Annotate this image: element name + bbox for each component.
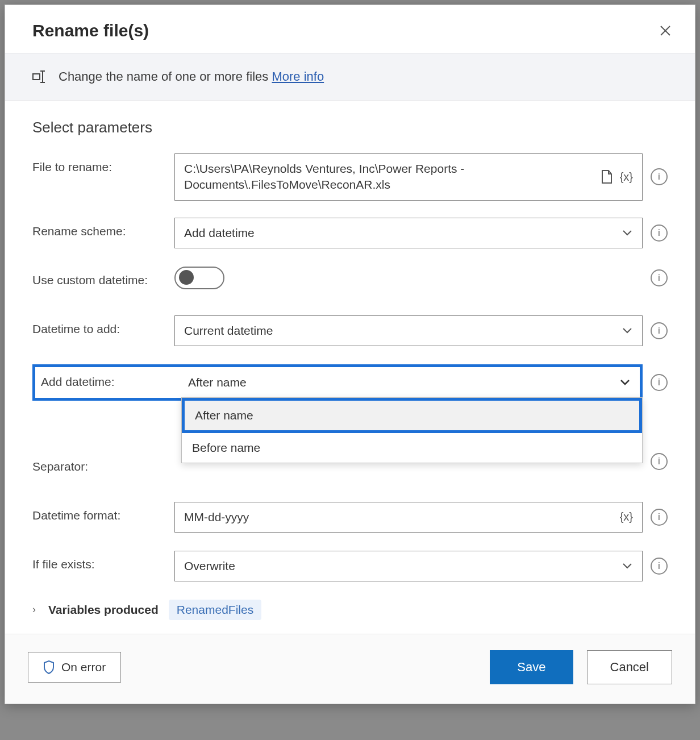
row-datetime-format: Datetime format: MM-dd-yyyy {x} i [32,502,668,534]
chevron-down-icon [622,325,633,336]
caret-right-icon[interactable]: › [32,604,36,616]
cancel-button[interactable]: Cancel [587,650,672,684]
row-rename-scheme: Rename scheme: Add datetime i [32,218,668,250]
info-add-datetime[interactable]: i [651,374,668,391]
parameters-title: Select parameters [32,119,668,136]
label-use-custom-datetime: Use custom datetime: [32,267,174,287]
parameters-section: Select parameters File to rename: C:\Use… [5,101,695,634]
row-add-datetime: Add datetime: After name i After name Be… [32,364,668,401]
label-datetime-format: Datetime format: [32,502,174,522]
toggle-use-custom-datetime[interactable] [174,267,224,289]
label-rename-scheme: Rename scheme: [32,218,174,238]
description-text: Change the name of one or more files Mor… [59,69,324,84]
row-if-file-exists: If file exists: Overwrite i [32,551,668,583]
variable-picker-icon[interactable]: {x} [620,510,633,523]
variables-produced-row: › Variables produced RenamedFiles [32,600,668,620]
chevron-down-icon [622,560,633,572]
dropdown-add-datetime: After name Before name [181,397,643,463]
dialog-header: Rename file(s) [5,5,695,53]
svg-rect-0 [33,74,40,80]
info-datetime-to-add[interactable]: i [651,322,668,339]
dialog-footer: On error Save Cancel [5,634,695,704]
shield-icon [43,660,55,674]
chevron-down-icon [622,227,633,239]
variable-chip-renamedfiles[interactable]: RenamedFiles [169,600,261,620]
variables-produced-label[interactable]: Variables produced [48,603,159,617]
save-button[interactable]: Save [490,650,573,684]
info-use-custom-datetime[interactable]: i [651,269,668,286]
chevron-down-icon [619,377,631,388]
option-before-name[interactable]: Before name [182,433,642,463]
label-file-to-rename: File to rename: [32,153,174,174]
close-icon [659,24,672,37]
select-add-datetime[interactable]: After name [178,367,640,398]
info-separator[interactable]: i [651,453,668,470]
label-add-datetime: Add datetime: [35,367,178,398]
dialog-title: Rename file(s) [32,21,149,40]
info-datetime-format[interactable]: i [651,509,668,526]
label-separator: Separator: [32,453,174,473]
more-info-link[interactable]: More info [272,69,324,84]
label-datetime-to-add: Datetime to add: [32,315,174,336]
row-use-custom-datetime: Use custom datetime: i [32,267,668,298]
on-error-button[interactable]: On error [28,652,121,683]
row-datetime-to-add: Datetime to add: Current datetime i [32,315,668,347]
row-file-to-rename: File to rename: C:\Users\PA\Reynolds Ven… [32,153,668,201]
info-file-to-rename[interactable]: i [651,168,668,185]
description-bar: Change the name of one or more files Mor… [5,53,695,101]
input-datetime-format[interactable]: MM-dd-yyyy {x} [174,502,643,533]
select-datetime-to-add[interactable]: Current datetime [174,315,643,346]
toggle-knob [179,270,194,285]
option-after-name[interactable]: After name [182,398,642,433]
label-if-file-exists: If file exists: [32,551,174,571]
input-file-to-rename[interactable]: C:\Users\PA\Reynolds Ventures, Inc\Power… [174,153,643,201]
close-button[interactable] [656,22,674,40]
file-picker-icon[interactable] [601,169,613,184]
info-if-file-exists[interactable]: i [651,558,668,575]
rename-files-dialog: Rename file(s) Change the name of one or… [5,5,695,704]
rename-icon [32,70,48,83]
variable-picker-icon[interactable]: {x} [620,171,633,184]
info-rename-scheme[interactable]: i [651,225,668,242]
select-if-file-exists[interactable]: Overwrite [174,551,643,581]
select-rename-scheme[interactable]: Add datetime [174,218,643,248]
